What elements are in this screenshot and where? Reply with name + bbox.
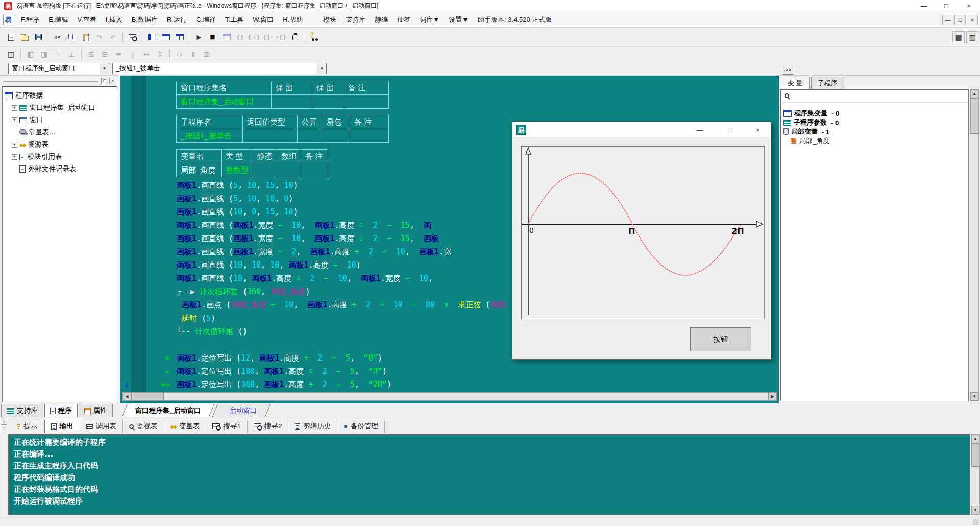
- scroll-down-icon[interactable]: ▼: [971, 506, 979, 514]
- run-button[interactable]: ▶: [192, 31, 206, 44]
- tree-item-db[interactable]: 常量表...: [12, 126, 115, 138]
- output-tab-搜寻2[interactable]: 搜寻2: [248, 420, 289, 433]
- menu-item[interactable]: T.工具: [220, 13, 248, 27]
- scroll-up-icon[interactable]: ▲: [971, 435, 979, 443]
- subroutine-combobox[interactable]: _按钮1_被单击 ▼: [112, 63, 327, 74]
- program-set-combobox[interactable]: 窗口程序集_启动窗口 ▼: [8, 63, 109, 74]
- expand-plus-icon[interactable]: +: [12, 105, 17, 111]
- menu-item[interactable]: B.数据库: [127, 13, 162, 27]
- close-button[interactable]: ×: [958, 0, 980, 12]
- scroll-left-icon[interactable]: ◀: [122, 393, 131, 400]
- tree-item-mod[interactable]: +模块引用表: [12, 151, 115, 163]
- code-line[interactable]: ↓+»画板1.定位写出 (360, 画板1.高度 ÷ 2 − 5, “2Π”): [120, 378, 779, 391]
- table-value-cell[interactable]: 局部_角度: [177, 163, 222, 177]
- stop-button[interactable]: ■: [206, 31, 219, 44]
- copy-button[interactable]: [65, 31, 79, 44]
- table-value-cell[interactable]: [277, 163, 301, 177]
- panel-grip[interactable]: □ ×: [1, 77, 118, 86]
- scrollbar-thumb[interactable]: [970, 98, 978, 134]
- popup-window[interactable]: 易 — □ × 0 Π 2Π 按钮: [512, 122, 771, 360]
- scroll-up-icon[interactable]: ▲: [970, 89, 978, 98]
- align-bottom-button[interactable]: ⊥: [65, 47, 79, 61]
- resize-grip[interactable]: [973, 519, 979, 525]
- popup-maximize-button[interactable]: □: [723, 124, 738, 135]
- output-tab-提示[interactable]: ?提示: [10, 420, 44, 433]
- panel-close-button[interactable]: ×: [109, 78, 116, 84]
- center-horizontal-button[interactable]: ⊞: [84, 47, 98, 61]
- table-value-cell[interactable]: [298, 129, 322, 143]
- menu-item[interactable]: I.插入: [101, 13, 127, 27]
- output-tab-搜寻1[interactable]: 搜寻1: [206, 420, 248, 433]
- mdi-minimize-button[interactable]: —: [942, 15, 953, 25]
- same-size-both-button[interactable]: ⊠: [200, 47, 214, 61]
- cut-button[interactable]: ✂: [51, 31, 65, 44]
- scrollbar-thumb[interactable]: [131, 393, 164, 400]
- variables-scrollbar[interactable]: ▲ ▼: [970, 89, 979, 401]
- menu-item[interactable]: H.帮助: [278, 13, 307, 27]
- tree-item-file[interactable]: 外部文件记录表: [12, 163, 115, 175]
- scroll-right-icon[interactable]: ▶: [768, 393, 777, 400]
- menu-item[interactable]: 词库▼: [415, 13, 444, 27]
- output-scrollbar[interactable]: ▲ ▼: [971, 434, 980, 515]
- redo-button[interactable]: ↷: [92, 31, 106, 44]
- table-value-cell[interactable]: [322, 129, 350, 143]
- center-vertical-button[interactable]: ⊟: [98, 47, 112, 61]
- variable-item-root[interactable]: 程序集变量- 0: [783, 109, 965, 118]
- table-value-cell[interactable]: [301, 163, 328, 177]
- output-tab-输出[interactable]: 输出: [44, 420, 80, 433]
- panel-expand-button[interactable]: >>: [782, 66, 794, 75]
- menu-item[interactable]: 支持库: [341, 13, 370, 27]
- paste-button[interactable]: [79, 31, 92, 44]
- table-value-cell[interactable]: 整数型: [222, 163, 253, 177]
- menu-item[interactable]: 静编: [370, 13, 393, 27]
- tree-item-res[interactable]: +◆◆资源表: [12, 138, 115, 151]
- popup-minimize-button[interactable]: —: [692, 124, 707, 135]
- save-button[interactable]: [32, 31, 45, 44]
- tab-子程序[interactable]: 子程序: [811, 77, 844, 89]
- same-size-width-button[interactable]: ⇔: [173, 47, 186, 61]
- menu-item[interactable]: 便签: [393, 13, 415, 27]
- space-down-button[interactable]: ∥: [126, 47, 139, 61]
- scroll-down-icon[interactable]: ▼: [970, 392, 978, 401]
- align-left-button[interactable]: ◧: [23, 47, 37, 61]
- popup-button[interactable]: 按钮: [690, 327, 751, 351]
- table-value-cell[interactable]: _按钮1_被单击: [177, 129, 243, 143]
- same-size-height-button[interactable]: ⇕: [186, 47, 200, 61]
- output-tab-变量表[interactable]: ◆◆变量表: [164, 420, 207, 433]
- open-file-button[interactable]: [18, 31, 32, 44]
- menu-item[interactable]: R.运行: [162, 13, 191, 27]
- menu-item[interactable]: E.编辑: [44, 13, 72, 27]
- table-value-cell[interactable]: [344, 95, 389, 109]
- output-tab-备份管理[interactable]: ≡备份管理: [337, 420, 385, 433]
- expand-plus-icon[interactable]: +: [12, 142, 17, 148]
- mdi-close-button[interactable]: ×: [967, 15, 978, 25]
- tree-item-win[interactable]: +窗口: [12, 114, 115, 126]
- tab-支持库[interactable]: 支持库: [1, 404, 43, 417]
- same-width-button[interactable]: ↔: [139, 47, 153, 61]
- find-help-button[interactable]: [308, 31, 322, 44]
- step-over-button[interactable]: {+}: [247, 31, 261, 44]
- table-value-cell[interactable]: [272, 95, 312, 109]
- code-line[interactable]: »画板1.定位写出 (180, 画板1.高度 ÷ 2 − 5, “Π”): [120, 365, 779, 378]
- step-into-button[interactable]: {}: [233, 31, 247, 44]
- chevron-down-icon[interactable]: ▼: [100, 63, 109, 74]
- undo-button[interactable]: ↶: [106, 31, 120, 44]
- variables-search[interactable]: [780, 89, 968, 103]
- new-file-button[interactable]: [4, 31, 18, 44]
- tree-root-program-data[interactable]: 程序数据: [5, 89, 115, 102]
- table-value-cell[interactable]: [312, 95, 344, 109]
- variable-item-int[interactable]: 整局部_角度: [783, 136, 965, 146]
- same-height-button[interactable]: ↕: [153, 47, 167, 61]
- tab-程序[interactable]: 程序: [44, 404, 78, 417]
- side-toggle-1-button[interactable]: ▤: [952, 31, 965, 43]
- variable-item-set[interactable]: 子程序参数- 0: [783, 118, 965, 127]
- run-to-cursor-button[interactable]: ›{}: [275, 31, 288, 44]
- menu-item[interactable]: F.程序: [16, 13, 44, 27]
- editor-tab-0[interactable]: 窗口程序集_启动窗口: [122, 404, 214, 417]
- editor-horizontal-scrollbar[interactable]: ◀ ▶: [122, 392, 777, 401]
- tab-属性[interactable]: 属性: [79, 404, 113, 417]
- align-right-button[interactable]: ◨: [37, 47, 51, 61]
- layout-grid-button[interactable]: [173, 31, 186, 44]
- panel-restore-button[interactable]: □: [101, 78, 108, 84]
- output-tab-调用表[interactable]: 调用表: [80, 420, 124, 433]
